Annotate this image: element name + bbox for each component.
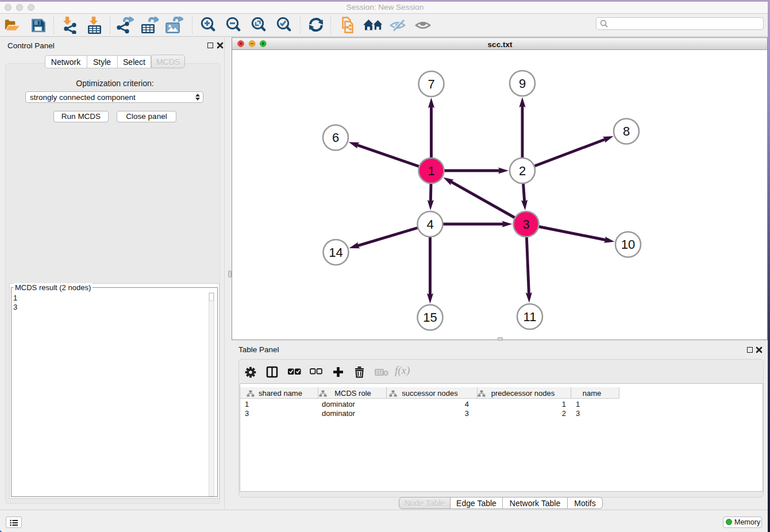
svg-text:1: 1 xyxy=(428,164,434,178)
svg-text:4: 4 xyxy=(426,217,433,232)
svg-text:6: 6 xyxy=(332,130,339,145)
svg-text:9: 9 xyxy=(519,76,526,91)
svg-text:8: 8 xyxy=(623,124,630,138)
svg-text:14: 14 xyxy=(329,245,342,260)
svg-text:2: 2 xyxy=(519,164,526,178)
svg-text:10: 10 xyxy=(621,237,635,252)
svg-text:7: 7 xyxy=(428,77,434,91)
svg-text:3: 3 xyxy=(522,217,529,232)
svg-text:15: 15 xyxy=(423,310,437,325)
svg-text:11: 11 xyxy=(523,310,537,324)
